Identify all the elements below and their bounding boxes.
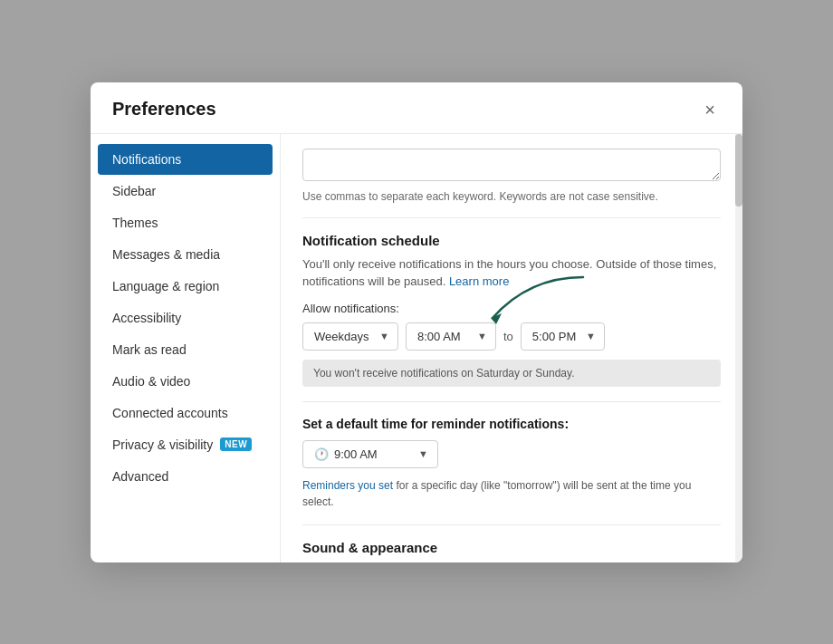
sidebar-item-privacy-visibility[interactable]: Privacy & visibility NEW xyxy=(98,429,273,460)
sidebar-item-connected-accounts[interactable]: Connected accounts xyxy=(98,398,273,428)
keyword-helper-text: Use commas to separate each keyword. Key… xyxy=(302,190,721,203)
sidebar-item-messages-media[interactable]: Messages & media xyxy=(98,239,273,270)
sound-appearance-title: Sound & appearance xyxy=(302,540,721,555)
to-time-dropdown[interactable]: 4:00 PM 5:00 PM 6:00 PM xyxy=(521,322,605,351)
close-button[interactable]: × xyxy=(699,99,721,120)
dropdowns-row: Every day Weekdays Weekends ▼ 8:00 AM xyxy=(302,322,721,351)
sidebar-item-mark-as-read[interactable]: Mark as read xyxy=(98,334,273,365)
sidebar-item-label: Advanced xyxy=(112,469,168,484)
reminder-section: Set a default time for reminder notifica… xyxy=(302,417,721,510)
sidebar-item-accessibility[interactable]: Accessibility xyxy=(98,303,273,333)
from-time-dropdown-wrapper: 8:00 AM 9:00 AM 10:00 AM ▼ xyxy=(406,322,496,351)
sidebar-item-audio-video[interactable]: Audio & video xyxy=(98,366,273,397)
sidebar-item-label: Themes xyxy=(112,216,158,230)
sidebar: Notifications Sidebar Themes Messages & … xyxy=(91,134,281,562)
notification-schedule-title: Notification schedule xyxy=(302,233,721,248)
to-label: to xyxy=(503,330,513,343)
sidebar-item-label: Sidebar xyxy=(112,184,156,198)
modal-body: Notifications Sidebar Themes Messages & … xyxy=(91,134,742,562)
reminders-link[interactable]: Reminders you set xyxy=(302,479,393,492)
sidebar-item-sidebar[interactable]: Sidebar xyxy=(98,176,273,207)
sound-appearance-desc: Choose how notifications look, sound, an… xyxy=(302,561,721,562)
learn-more-link[interactable]: Learn more xyxy=(449,274,509,288)
notification-schedule-desc: You'll only receive notifications in the… xyxy=(302,255,721,291)
modal-overlay: Preferences × Notifications Sidebar Them… xyxy=(0,0,833,644)
notification-schedule-section: Notification schedule You'll only receiv… xyxy=(302,233,721,387)
divider-3 xyxy=(302,524,721,525)
sidebar-item-label: Accessibility xyxy=(112,311,181,325)
sidebar-item-label: Mark as read xyxy=(112,342,187,357)
sidebar-item-notifications[interactable]: Notifications xyxy=(98,144,273,175)
sidebar-item-label: Language & region xyxy=(112,279,219,293)
reminder-time-value: 9:00 AM xyxy=(334,447,378,461)
reminder-description: Reminders you set for a specific day (li… xyxy=(302,477,721,510)
sidebar-item-label: Audio & video xyxy=(112,374,190,389)
divider-2 xyxy=(302,401,721,402)
from-time-dropdown[interactable]: 8:00 AM 9:00 AM 10:00 AM xyxy=(406,322,496,351)
sidebar-item-advanced[interactable]: Advanced xyxy=(98,461,273,492)
info-banner: You won't receive notifications on Satur… xyxy=(302,360,721,387)
content-area: Use commas to separate each keyword. Key… xyxy=(281,134,742,562)
schedule-desc-text: You'll only receive notifications in the… xyxy=(302,257,716,289)
new-badge: NEW xyxy=(220,437,252,451)
keyword-textarea[interactable] xyxy=(302,149,721,181)
sidebar-item-label: Messages & media xyxy=(112,247,220,262)
reminder-chevron-icon: ▼ xyxy=(418,448,428,459)
sound-appearance-section: Sound & appearance Choose how notificati… xyxy=(302,540,721,562)
sidebar-item-label: Connected accounts xyxy=(112,406,228,420)
dropdowns-container: Every day Weekdays Weekends ▼ 8:00 AM xyxy=(302,322,721,351)
sidebar-item-language-region[interactable]: Language & region xyxy=(98,271,273,302)
scrollbar-track xyxy=(735,134,742,562)
reminder-time-dropdown[interactable]: 🕐 9:00 AM ▼ xyxy=(302,440,438,468)
modal-header: Preferences × xyxy=(91,82,742,134)
sidebar-item-label: Notifications xyxy=(112,152,181,167)
clock-icon: 🕐 xyxy=(314,447,329,461)
scrollbar-thumb[interactable] xyxy=(735,134,742,207)
divider-1 xyxy=(302,217,721,218)
to-time-dropdown-wrapper: 4:00 PM 5:00 PM 6:00 PM ▼ xyxy=(521,322,605,351)
modal-title: Preferences xyxy=(112,99,216,120)
reminder-title: Set a default time for reminder notifica… xyxy=(302,417,721,431)
content-inner: Use commas to separate each keyword. Key… xyxy=(281,134,742,562)
days-dropdown[interactable]: Every day Weekdays Weekends xyxy=(302,322,398,351)
sidebar-item-themes[interactable]: Themes xyxy=(98,207,273,238)
sidebar-item-label: Privacy & visibility xyxy=(112,437,213,452)
preferences-modal: Preferences × Notifications Sidebar Them… xyxy=(91,82,742,562)
allow-notifications-label: Allow notifications: xyxy=(302,302,721,315)
days-dropdown-wrapper: Every day Weekdays Weekends ▼ xyxy=(302,322,398,351)
